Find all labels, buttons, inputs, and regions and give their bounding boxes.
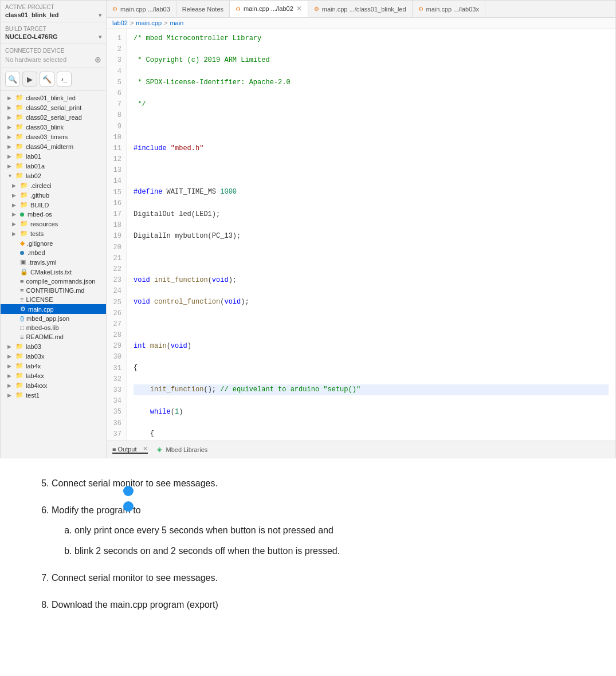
tree-item-mbed-os[interactable]: ▶ mbed-os [1,210,106,219]
status-dot-icon [20,213,24,217]
build-target-section: Build target NUCLEO-L476RG ▾ [1,22,106,44]
doc-item-8: Download the main.cpp program (export) [52,597,582,612]
folder-arrow-icon: ▶ [7,363,13,369]
tree-item-contributing[interactable]: ▶ ≡ CONTRIBUTING.md [1,286,106,295]
breadcrumb-main-cpp[interactable]: main.cpp [136,19,162,26]
doc-subitem-6a-text: only print once every 5 seconds when but… [74,525,333,535]
tree-item-lab4x[interactable]: ▶ 📁 lab4x [1,361,106,371]
add-device-icon[interactable]: ⊕ [95,55,101,64]
tab-close-icon[interactable]: ✕ [296,5,302,13]
tree-item-build[interactable]: ▶ 📁 BUILD [1,200,106,210]
document-section: Connect serial monitor to see messages. … [0,458,616,641]
file-icon: ▣ [20,258,26,266]
connected-device-label: Connected device [5,48,101,54]
tree-item-tests[interactable]: ▶ 📁 tests [1,229,106,238]
connected-device-value: No hardware selected [5,56,66,63]
tree-item-mbed-app-json[interactable]: ▶ {} mbed_app.json [1,314,106,323]
folder-arrow-icon: ▶ [7,124,13,130]
tree-item-gitignore[interactable]: ▶ ◆ .gitignore [1,238,106,248]
run-button[interactable]: ▶ [22,72,37,87]
folder-arrow-icon: ▶ [12,183,18,188]
tree-item-travis[interactable]: ▶ ▣ .travis.yml [1,257,106,267]
tree-item-lab4xx[interactable]: ▶ 📁 lab4xx [1,371,106,380]
document-list: Connect serial monitor to see messages. … [34,475,582,612]
build-target-value[interactable]: NUCLEO-L476RG ▾ [5,33,101,40]
tab-cpp-icon3: ⚙ [418,6,423,12]
line-numbers: 12345 678910 1112131415 1617181920 21222… [107,29,127,441]
folder-icon: 📁 [15,123,23,131]
folder-arrow-icon: ▶ [12,211,18,217]
tree-item-main-cpp[interactable]: ▶ ⚙ main.cpp [1,304,106,314]
folder-icon: 📁 [20,230,28,237]
tree-item-github[interactable]: ▶ 📁 .github [1,190,106,200]
tree-item-circleci[interactable]: ▶ 📁 .circleci [1,180,106,190]
tab-cpp-icon2: ⚙ [314,6,319,12]
folder-icon: 📁 [20,191,28,199]
folder-icon: 📁 [15,104,23,111]
doc-subitem-6a: only print once every 5 seconds when but… [74,522,582,538]
tree-item-lab03x[interactable]: ▶ 📁 lab03x [1,351,106,361]
folder-arrow-icon: ▶ [7,95,13,101]
doc-item-7: Connect serial monitor to see messages. [52,570,582,585]
folder-arrow-icon: ▶ [7,105,13,111]
tree-item-class04-midterm[interactable]: ▶ 📁 class04_midterm [1,142,106,151]
tab-main-cpp-lab03x[interactable]: ⚙ main.cpp .../lab03x [413,1,485,17]
folder-arrow-icon: ▶ [7,115,13,120]
tree-item-class01-blink-led[interactable]: ▶ 📁 class01_blink_led [1,93,106,103]
tree-item-cmakelists[interactable]: ▶ 🔒 CMakeLists.txt [1,267,106,277]
folder-icon: 📁 [20,201,28,209]
doc-item-8-text: Download the main.cpp program (export) [52,600,218,610]
tree-item-readme[interactable]: ▶ ≡ README.md [1,332,106,341]
tree-item-lab4xxx[interactable]: ▶ 📁 lab4xxx [1,380,106,390]
tree-item-mbed[interactable]: ▶ .mbed [1,248,106,257]
tree-item-mbed-os-lib[interactable]: ▶ □ mbed-os.lib [1,323,106,332]
tree-item-resources[interactable]: ▶ 📁 resources [1,219,106,229]
tab-main-cpp-class01[interactable]: ⚙ main.cpp .../class01_blink_led [308,1,413,17]
folder-icon: 📁 [15,372,23,379]
tree-item-test1[interactable]: ▶ 📁 test1 [1,390,106,400]
folder-icon: 📁 [15,352,23,360]
code-content[interactable]: /* mbed Microcontroller Library * Copyri… [127,29,615,441]
tree-item-class03-blink[interactable]: ▶ 📁 class03_blink [1,122,106,132]
folder-arrow-icon: ▶ [7,383,13,388]
tree-item-lab03[interactable]: ▶ 📁 lab03 [1,341,106,351]
code-editor[interactable]: 12345 678910 1112131415 1617181920 21222… [107,29,615,441]
annotation-dot-2 [123,501,134,512]
breadcrumb-main[interactable]: main [170,19,183,26]
tab-main-cpp-lab03[interactable]: ⚙ main.cpp .../lab03 [107,1,176,17]
folder-icon: 📁 [15,362,23,370]
folder-icon: 📁 [20,182,28,189]
folder-icon: 📁 [15,343,23,350]
breadcrumb-lab02[interactable]: lab02 [112,19,128,26]
folder-icon: 📁 [20,220,28,227]
folder-arrow-icon: ▶ [7,154,13,159]
tree-item-lab01a[interactable]: ▶ 📁 lab01a [1,161,106,171]
tree-item-class02-serial-print[interactable]: ▶ 📁 class02_serial_print [1,103,106,112]
panel-tab-mbed-libraries[interactable]: ◈ Mbed Libraries [157,446,208,453]
search-button[interactable]: 🔍 [5,72,20,87]
doc-sublist-6: only print once every 5 seconds when but… [52,522,582,558]
breadcrumb-sep1: > [130,19,134,26]
tree-item-lab02[interactable]: ▼ 📁 lab02 [1,171,106,180]
tree-item-lab01[interactable]: ▶ 📁 lab01 [1,151,106,161]
doc-subitem-6b-text: blink 2 seconds on and 2 seconds off whe… [74,546,340,556]
folder-arrow-icon: ▶ [12,221,18,227]
folder-arrow-icon: ▶ [7,144,13,150]
ide-container: Active project class01_blink_led ▾ Build… [0,0,616,458]
tree-item-class02-serial-read[interactable]: ▶ 📁 class02_serial_read [1,112,106,122]
terminal-button[interactable]: ›_ [57,72,72,87]
active-project-value[interactable]: class01_blink_led ▾ [5,11,101,18]
tree-item-class03-timers[interactable]: ▶ 📁 class03_timers [1,132,106,142]
folder-icon: 📁 [15,94,23,101]
doc-item-5-text: Connect serial monitor to see messages. [52,478,218,488]
tab-main-cpp-lab02[interactable]: ⚙ main.cpp .../lab02 ✕ [230,1,308,18]
active-project-section: Active project class01_blink_led ▾ [1,1,106,22]
tree-item-license[interactable]: ▶ ≡ LICENSE [1,295,106,304]
bottom-panel: ≡ Output ✕ ◈ Mbed Libraries [107,441,615,458]
panel-tab-output-close[interactable]: ✕ [143,445,148,453]
panel-tab-output[interactable]: ≡ Output ✕ [112,445,148,454]
tab-release-notes[interactable]: Release Notes [176,1,230,17]
build-button[interactable]: 🔨 [40,72,54,87]
json-file-icon2: {} [20,316,24,321]
tree-item-compile-commands[interactable]: ▶ ≡ compile_commands.json [1,277,106,286]
